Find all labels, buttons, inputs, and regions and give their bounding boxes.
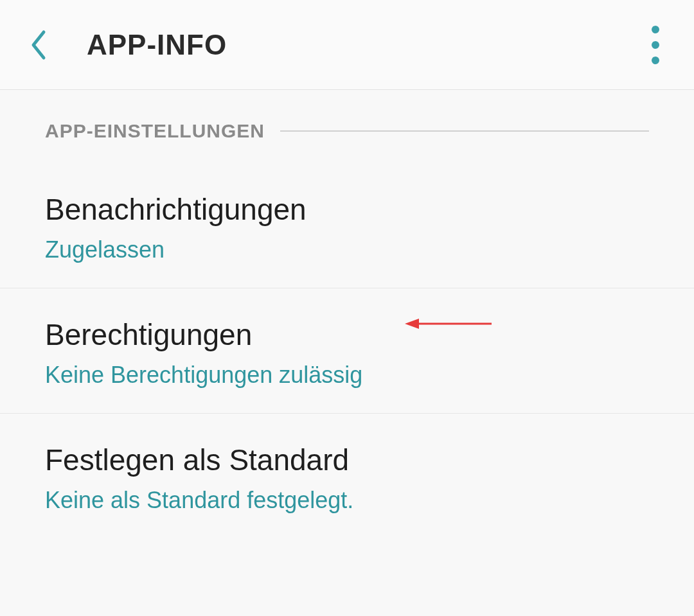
section-header: APP-EINSTELLUNGEN (0, 118, 694, 144)
setting-item-title: Festlegen als Standard (45, 443, 649, 477)
more-options-button[interactable] (636, 19, 675, 71)
back-button[interactable] (26, 26, 51, 64)
setting-item-permissions[interactable]: Berechtigungen Keine Berechtigungen zulä… (0, 288, 694, 414)
section-header-divider (280, 130, 649, 132)
settings-content: APP-EINSTELLUNGEN Benachrichtigungen Zug… (0, 90, 694, 538)
setting-item-subtitle: Keine als Standard festgelegt. (45, 486, 649, 514)
setting-item-set-default[interactable]: Festlegen als Standard Keine als Standar… (0, 414, 694, 538)
setting-item-title: Berechtigungen (45, 318, 649, 352)
setting-item-subtitle: Zugelassen (45, 236, 649, 263)
setting-item-notifications[interactable]: Benachrichtigungen Zugelassen (0, 163, 694, 288)
section-header-label: APP-EINSTELLUNGEN (45, 120, 265, 142)
more-vertical-icon (652, 26, 659, 64)
setting-item-subtitle: Keine Berechtigungen zulässig (45, 361, 649, 389)
page-title: APP-INFO (87, 29, 227, 61)
setting-item-title: Benachrichtigungen (45, 193, 649, 227)
chevron-left-icon (30, 30, 48, 60)
app-bar: APP-INFO (0, 0, 694, 90)
